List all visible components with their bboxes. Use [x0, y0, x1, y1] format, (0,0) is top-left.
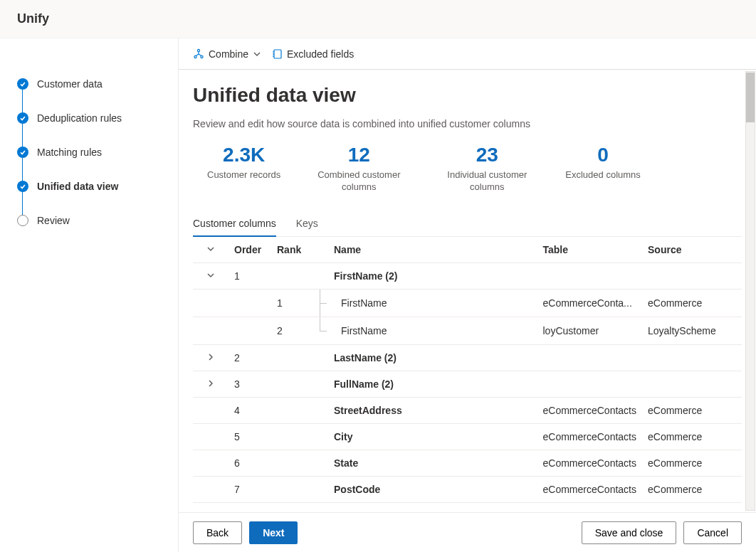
chevron-down-icon[interactable] — [206, 271, 215, 280]
table-row[interactable]: 3FullName (2) — [193, 371, 742, 397]
table-row[interactable]: 1FirstNameeCommerceConta...eCommerce — [193, 289, 742, 317]
stat-card: 23Individual customer columns — [437, 145, 537, 193]
app-title: Unify — [17, 11, 49, 26]
stat-value: 0 — [565, 145, 641, 165]
combine-label: Combine — [209, 48, 248, 60]
chevron-right-icon[interactable] — [206, 379, 215, 388]
cell-source: eCommerce — [642, 476, 742, 502]
cell-name: FirstName (2) — [328, 262, 537, 289]
wizard-step-label: Review — [37, 215, 70, 226]
app-header: Unify — [0, 0, 756, 38]
wizard-step-unified-data-view[interactable]: Unified data view — [0, 169, 178, 203]
col-expander[interactable] — [193, 237, 229, 263]
cell-order: 6 — [229, 450, 271, 476]
columns-table: Order Rank Name Table Source 1FirstName … — [193, 237, 742, 503]
col-order-header[interactable]: Order — [229, 237, 271, 263]
table-row[interactable]: 4StreetAddresseCommerceContactseCommerce — [193, 397, 742, 423]
table-row[interactable]: 5CityeCommerceContactseCommerce — [193, 423, 742, 450]
cell-table: eCommerceContacts — [537, 397, 643, 423]
cell-rank: 1 — [271, 289, 314, 317]
save-and-close-button[interactable]: Save and close — [582, 521, 677, 544]
cell-source: eCommerce — [642, 397, 742, 423]
stat-label: Combined customer columns — [309, 169, 409, 193]
cell-source: LoyaltyScheme — [642, 317, 742, 344]
col-rank-header[interactable]: Rank — [271, 237, 314, 263]
wizard-step-label: Deduplication rules — [37, 112, 122, 124]
command-bar: Combine Excluded fields — [179, 38, 756, 70]
table-row[interactable]: 6StateeCommerceContactseCommerce — [193, 450, 742, 476]
stage: Combine Excluded fields — [178, 38, 756, 552]
table-row[interactable]: 1FirstName (2) — [193, 262, 742, 289]
stat-value: 12 — [309, 145, 409, 165]
excluded-fields-icon — [271, 48, 283, 60]
cell-table: eCommerceContacts — [537, 476, 643, 502]
cancel-button[interactable]: Cancel — [683, 521, 742, 544]
table-row[interactable]: 2FirstNameloyCustomerLoyaltyScheme — [193, 317, 742, 344]
cell-rank — [271, 262, 314, 289]
col-table-header[interactable]: Table — [537, 237, 643, 263]
step-done-icon — [17, 78, 28, 90]
cell-table: eCommerceContacts — [537, 423, 643, 450]
step-done-icon — [17, 112, 28, 124]
step-pending-icon — [17, 215, 28, 226]
table-row[interactable]: 2LastName (2) — [193, 344, 742, 371]
back-button[interactable]: Back — [193, 521, 242, 544]
tab-keys[interactable]: Keys — [296, 212, 318, 236]
cell-name: State — [328, 450, 537, 476]
wizard-step-label: Matching rules — [37, 147, 102, 158]
tab-customer-columns[interactable]: Customer columns — [193, 212, 276, 236]
wizard-footer: Back Next Save and close Cancel — [179, 512, 756, 552]
chevron-right-icon[interactable] — [206, 353, 215, 361]
stat-card: 12Combined customer columns — [309, 145, 409, 193]
combine-menu-button[interactable]: Combine — [193, 48, 261, 60]
svg-point-0 — [197, 49, 199, 51]
cell-source: eCommerce — [642, 289, 742, 317]
cell-table: loyCustomer — [537, 317, 643, 344]
cell-order: 7 — [229, 476, 271, 502]
wizard-step-label: Unified data view — [37, 181, 118, 192]
cell-order: 4 — [229, 397, 271, 423]
cell-order: 1 — [229, 262, 271, 289]
cell-name: FirstName — [328, 289, 537, 317]
wizard-step-customer-data[interactable]: Customer data — [0, 67, 178, 101]
stat-label: Customer records — [207, 169, 280, 181]
stat-label: Individual customer columns — [437, 169, 537, 193]
col-name-header[interactable]: Name — [328, 237, 537, 263]
shell: Customer dataDeduplication rulesMatching… — [0, 38, 756, 552]
stats-strip: 2.3KCustomer records12Combined customer … — [207, 145, 742, 193]
next-button[interactable]: Next — [249, 521, 298, 544]
wizard-step-review[interactable]: Review — [0, 203, 178, 238]
main-content: Unified data view Review and edit how so… — [179, 70, 756, 512]
page-subtitle: Review and edit how source data is combi… — [193, 118, 742, 129]
excluded-fields-label: Excluded fields — [287, 48, 354, 60]
cell-rank — [271, 344, 314, 371]
stat-value: 2.3K — [207, 145, 280, 165]
step-done-icon — [17, 181, 28, 192]
stat-card: 2.3KCustomer records — [207, 145, 280, 193]
excluded-fields-button[interactable]: Excluded fields — [271, 48, 354, 60]
cell-order: 2 — [229, 344, 271, 371]
step-done-icon — [17, 147, 28, 158]
cell-order: 3 — [229, 371, 271, 397]
scrollbar[interactable] — [745, 71, 755, 511]
cell-source: eCommerce — [642, 423, 742, 450]
cell-source: eCommerce — [642, 450, 742, 476]
cell-name: LastName (2) — [328, 344, 537, 371]
wizard-step-label: Customer data — [37, 78, 103, 90]
table-row[interactable]: 7PostCodeeCommerceContactseCommerce — [193, 476, 742, 502]
page-title: Unified data view — [193, 84, 742, 107]
tabs: Customer columnsKeys — [193, 212, 742, 237]
wizard-step-matching-rules[interactable]: Matching rules — [0, 135, 178, 169]
cell-name: StreetAddress — [328, 397, 537, 423]
wizard-step-deduplication-rules[interactable]: Deduplication rules — [0, 101, 178, 135]
tree-connector-icon — [314, 317, 328, 344]
cell-name: FirstName — [328, 317, 537, 344]
col-source-header[interactable]: Source — [642, 237, 742, 263]
wizard-sidebar: Customer dataDeduplication rulesMatching… — [0, 38, 178, 552]
cell-table: eCommerceConta... — [537, 289, 643, 317]
combine-icon — [193, 48, 204, 60]
tree-connector-icon — [314, 290, 328, 317]
cell-name: City — [328, 423, 537, 450]
svg-rect-3 — [274, 50, 281, 58]
cell-order: 5 — [229, 423, 271, 450]
